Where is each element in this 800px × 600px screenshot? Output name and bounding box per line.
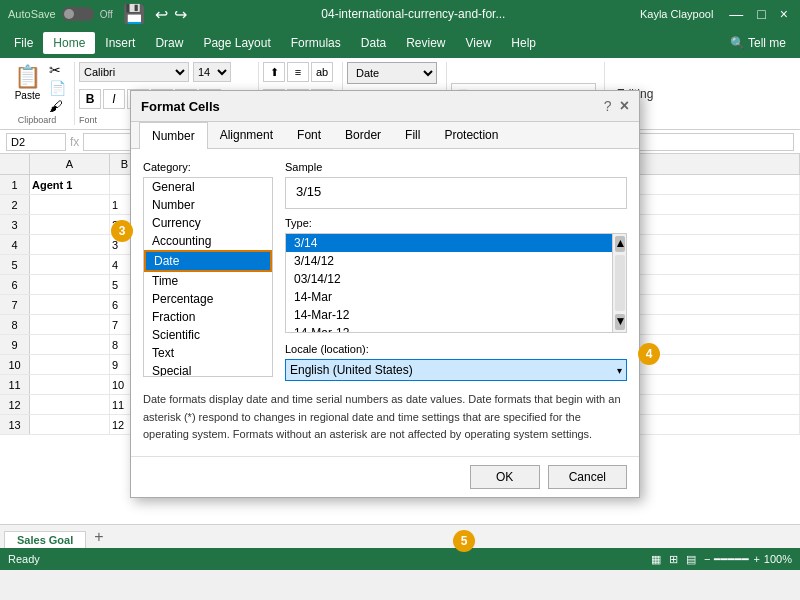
- type-scroll-down[interactable]: ▼: [615, 314, 625, 330]
- menu-home[interactable]: Home: [43, 32, 95, 54]
- category-label: Category:: [143, 161, 273, 173]
- menu-draw[interactable]: Draw: [145, 32, 193, 54]
- cat-number[interactable]: Number: [144, 196, 272, 214]
- row-num: 9: [0, 335, 30, 354]
- type-item-03-14-12[interactable]: 03/14/12: [286, 270, 612, 288]
- cell-a8[interactable]: [30, 315, 110, 335]
- row-num: 4: [0, 235, 30, 254]
- tell-me-input[interactable]: 🔍 Tell me: [720, 32, 796, 54]
- cat-general[interactable]: General: [144, 178, 272, 196]
- row-num: 7: [0, 295, 30, 314]
- cell-a1[interactable]: Agent 1: [30, 175, 110, 195]
- locale-section: Locale (location): English (United State…: [285, 343, 627, 381]
- category-list[interactable]: General Number Currency Accounting Date …: [143, 177, 273, 377]
- bold-btn[interactable]: B: [79, 89, 101, 109]
- add-sheet-btn[interactable]: +: [86, 526, 111, 548]
- type-item-3-14[interactable]: 3/14: [286, 234, 612, 252]
- cat-accounting[interactable]: Accounting: [144, 232, 272, 250]
- cell-a10[interactable]: [30, 355, 110, 375]
- cell-a5[interactable]: [30, 255, 110, 275]
- close-btn[interactable]: ×: [776, 6, 792, 22]
- zoom-in-icon[interactable]: +: [753, 553, 759, 565]
- font-name-select[interactable]: Calibri: [79, 62, 189, 82]
- cell-a3[interactable]: [30, 215, 110, 235]
- locale-value: English (United States): [290, 363, 617, 377]
- font-size-select[interactable]: 14: [193, 62, 231, 82]
- view-normal-icon[interactable]: ▦: [651, 553, 661, 566]
- cat-scientific[interactable]: Scientific: [144, 326, 272, 344]
- menu-formulas[interactable]: Formulas: [281, 32, 351, 54]
- modal-close-btn[interactable]: ×: [620, 97, 629, 115]
- clipboard-label: Clipboard: [18, 115, 57, 125]
- align-middle-btn[interactable]: ≡: [287, 62, 309, 82]
- undo-icon[interactable]: ↩: [155, 5, 168, 24]
- wrap-text-btn[interactable]: ab: [311, 62, 333, 82]
- italic-btn[interactable]: I: [103, 89, 125, 109]
- cell-a13[interactable]: [30, 415, 110, 435]
- format-painter-icon[interactable]: 🖌: [49, 98, 66, 114]
- save-icon[interactable]: 💾: [123, 3, 145, 25]
- cell-a9[interactable]: [30, 335, 110, 355]
- cancel-button[interactable]: Cancel: [548, 465, 627, 489]
- cell-a11[interactable]: [30, 375, 110, 395]
- type-item-14-mar-12-b[interactable]: 14-Mar-12: [286, 324, 612, 333]
- redo-icon[interactable]: ↪: [174, 5, 187, 24]
- minimize-btn[interactable]: —: [725, 6, 747, 22]
- autosave-toggle[interactable]: [62, 7, 94, 21]
- tab-number[interactable]: Number: [139, 122, 208, 149]
- cat-time[interactable]: Time: [144, 272, 272, 290]
- tab-fill[interactable]: Fill: [393, 122, 432, 148]
- autosave-off-label: Off: [100, 9, 113, 20]
- cat-fraction[interactable]: Fraction: [144, 308, 272, 326]
- menu-page-layout[interactable]: Page Layout: [193, 32, 280, 54]
- sheet-tab-sales-goal[interactable]: Sales Goal: [4, 531, 86, 548]
- cat-date[interactable]: Date: [144, 250, 272, 272]
- tab-font[interactable]: Font: [285, 122, 333, 148]
- tab-alignment[interactable]: Alignment: [208, 122, 285, 148]
- locale-select[interactable]: English (United States) ▾: [285, 359, 627, 381]
- ok-button[interactable]: OK: [470, 465, 540, 489]
- cut-icon[interactable]: ✂: [49, 62, 66, 78]
- paste-btn[interactable]: 📋 Paste: [8, 62, 47, 114]
- cat-special[interactable]: Special: [144, 362, 272, 377]
- menu-help[interactable]: Help: [501, 32, 546, 54]
- type-item-14-mar-12-a[interactable]: 14-Mar-12: [286, 306, 612, 324]
- view-page-break-icon[interactable]: ▤: [686, 553, 696, 566]
- maximize-btn[interactable]: □: [753, 6, 769, 22]
- cell-a6[interactable]: [30, 275, 110, 295]
- cell-a4[interactable]: [30, 235, 110, 255]
- menu-insert[interactable]: Insert: [95, 32, 145, 54]
- clipboard-buttons: 📋 Paste ✂ 📄 🖌: [8, 62, 66, 114]
- menu-view[interactable]: View: [456, 32, 502, 54]
- cat-currency[interactable]: Currency: [144, 214, 272, 232]
- category-section: Category: General Number Currency Accoun…: [143, 161, 273, 381]
- cat-percentage[interactable]: Percentage: [144, 290, 272, 308]
- menu-review[interactable]: Review: [396, 32, 455, 54]
- zoom-out-icon[interactable]: −: [704, 553, 710, 565]
- cat-text[interactable]: Text: [144, 344, 272, 362]
- type-item-14-mar[interactable]: 14-Mar: [286, 288, 612, 306]
- modal-tab-bar: Number Alignment Font Border Fill Protec…: [131, 122, 639, 149]
- align-top-btn[interactable]: ⬆: [263, 62, 285, 82]
- cell-a2[interactable]: [30, 195, 110, 215]
- autosave-label: AutoSave: [8, 8, 56, 20]
- view-layout-icon[interactable]: ⊞: [669, 553, 678, 566]
- type-item-3-14-12[interactable]: 3/14/12: [286, 252, 612, 270]
- type-list[interactable]: 3/14 3/14/12 03/14/12 14-Mar 14-Mar-12 1…: [285, 233, 613, 333]
- type-scrollbar[interactable]: ▲ ▼: [613, 233, 627, 333]
- modal-body: Category: General Number Currency Accoun…: [131, 149, 639, 456]
- tab-border[interactable]: Border: [333, 122, 393, 148]
- menu-data[interactable]: Data: [351, 32, 396, 54]
- zoom-slider[interactable]: ━━━━━: [714, 553, 749, 566]
- locale-label: Locale (location):: [285, 343, 627, 355]
- name-box[interactable]: [6, 133, 66, 151]
- copy-icon[interactable]: 📄: [49, 80, 66, 96]
- format-cells-dialog: Format Cells ? × Number Alignment Font B…: [130, 90, 640, 498]
- tab-protection[interactable]: Protection: [432, 122, 510, 148]
- menu-file[interactable]: File: [4, 32, 43, 54]
- cell-a12[interactable]: [30, 395, 110, 415]
- modal-help-btn[interactable]: ?: [604, 98, 612, 114]
- number-format-select[interactable]: Date: [347, 62, 437, 84]
- cell-a7[interactable]: [30, 295, 110, 315]
- type-scroll-up[interactable]: ▲: [615, 236, 625, 252]
